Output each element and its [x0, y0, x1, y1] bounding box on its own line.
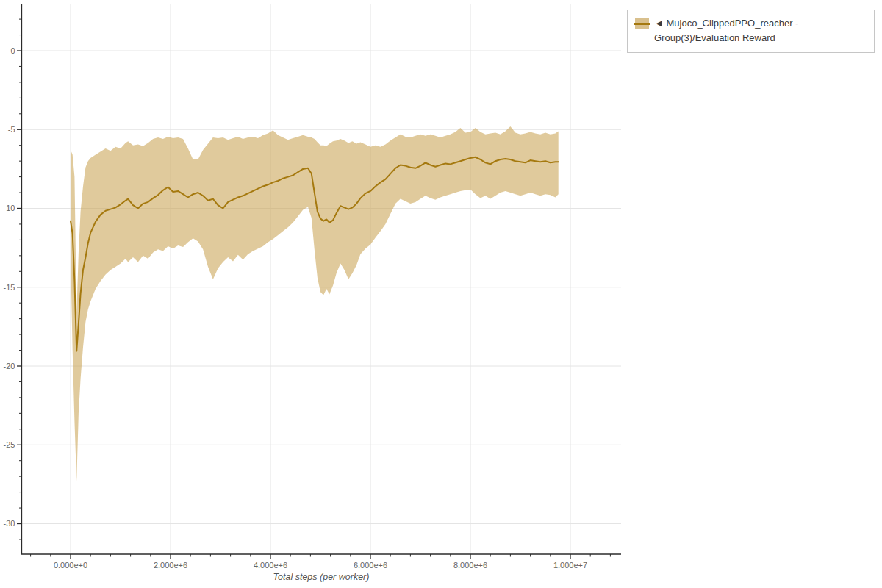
- y-tick-label: 0: [10, 46, 15, 55]
- evaluation-reward-chart: 0.000e+02.000e+64.000e+66.000e+68.000e+6…: [0, 0, 882, 588]
- y-tick-label: -30: [4, 519, 15, 528]
- x-tick-label: 8.000e+6: [453, 561, 487, 570]
- y-tick-label: -15: [4, 283, 15, 292]
- std-band-layer: [71, 126, 559, 481]
- legend: ◄ Mujoco_ClippedPPO_reacher - Group(3)/E…: [627, 10, 875, 53]
- legend-swatch-band-icon: [635, 18, 649, 29]
- y-tick-label: -25: [4, 440, 15, 449]
- legend-label: ◄ Mujoco_ClippedPPO_reacher - Group(3)/E…: [654, 16, 867, 46]
- legend-entry-evaluation-reward[interactable]: ◄ Mujoco_ClippedPPO_reacher - Group(3)/E…: [635, 16, 867, 46]
- std-band: [71, 126, 559, 481]
- legend-swatch-line-icon: [634, 23, 650, 25]
- y-tick-label: -10: [4, 204, 15, 212]
- x-tick-label: 4.000e+6: [254, 561, 287, 570]
- x-tick-label: 1.000e+7: [553, 561, 587, 570]
- plot-canvas: 0.000e+02.000e+64.000e+66.000e+68.000e+6…: [0, 0, 882, 588]
- x-tick-label: 6.000e+6: [354, 561, 387, 570]
- x-tick-label: 0.000e+0: [54, 561, 87, 570]
- y-tick-label: -5: [8, 125, 15, 134]
- y-tick-label: -20: [4, 362, 15, 370]
- x-axis-title: Total steps (per worker): [273, 572, 370, 582]
- x-tick-label: 2.000e+6: [154, 561, 187, 570]
